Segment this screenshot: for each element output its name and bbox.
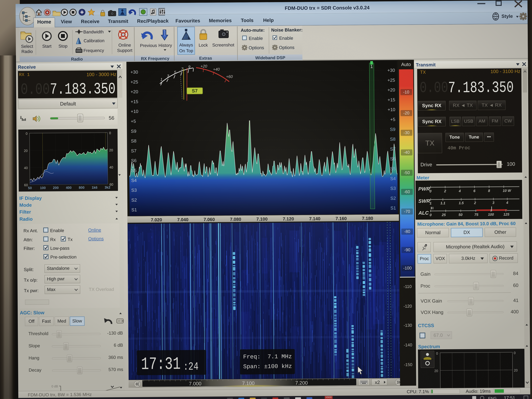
svg-text:+20: +20 — [387, 87, 395, 92]
svg-text:50: 50 — [28, 186, 32, 190]
svg-text:75: 75 — [474, 213, 478, 217]
svg-text:0 dB: 0 dB — [51, 385, 58, 388]
svg-text:+10: +10 — [131, 109, 138, 114]
svg-text:S9: S9 — [131, 129, 136, 134]
svg-text:S1: S1 — [131, 207, 137, 212]
svg-text:S4: S4 — [390, 176, 396, 181]
svg-text:5: 5 — [174, 70, 176, 74]
svg-text:+25: +25 — [131, 79, 138, 84]
svg-text:S3: S3 — [390, 186, 396, 191]
svg-text:S7: S7 — [390, 146, 396, 152]
svg-text:40: 40 — [24, 166, 28, 170]
svg-text:100: 100 — [40, 186, 46, 190]
svg-text:+15: +15 — [131, 99, 138, 104]
svg-text:S3: S3 — [131, 188, 137, 193]
svg-text:SWR: SWR — [418, 198, 430, 204]
svg-text:0: 0 — [109, 131, 111, 135]
svg-text:800: 800 — [79, 185, 85, 190]
svg-text:S1: S1 — [390, 205, 396, 210]
svg-text:125: 125 — [503, 212, 509, 216]
svg-text:+60: +60 — [226, 74, 233, 79]
svg-text:+30: +30 — [130, 70, 138, 75]
svg-text:0: 0 — [430, 213, 432, 217]
svg-text:20: 20 — [514, 368, 518, 372]
svg-text:0: 0 — [25, 132, 28, 135]
svg-text:+20: +20 — [131, 89, 138, 94]
svg-text:6: 6 — [473, 189, 475, 193]
svg-text:ALC: ALC — [418, 210, 429, 216]
svg-text:50: 50 — [458, 213, 462, 217]
svg-text:S7: S7 — [131, 148, 137, 153]
svg-text:400: 400 — [66, 186, 72, 190]
svg-text:200: 200 — [53, 186, 59, 190]
svg-text:25: 25 — [442, 213, 446, 217]
svg-text:0: 0 — [514, 351, 516, 355]
svg-text:+25: +25 — [387, 78, 395, 82]
svg-text:3: 3 — [167, 74, 169, 78]
svg-text:+40: +40 — [213, 67, 220, 71]
svg-text:+15: +15 — [387, 97, 395, 102]
svg-text:1: 1 — [430, 201, 432, 205]
svg-text:10 W: 10 W — [503, 189, 511, 193]
svg-text:+20: +20 — [200, 64, 207, 68]
svg-text:+5: +5 — [390, 117, 395, 122]
svg-text:S5: S5 — [131, 168, 137, 173]
svg-text:3: 3 — [492, 201, 494, 205]
svg-text:S9: S9 — [390, 127, 395, 132]
svg-text:+5: +5 — [131, 119, 136, 124]
svg-text:+30: +30 — [387, 68, 395, 73]
svg-text:2: 2 — [474, 201, 476, 205]
svg-text:S4: S4 — [131, 178, 137, 183]
svg-text:2: 2 — [444, 189, 446, 193]
svg-text:3k2: 3k2 — [105, 185, 110, 189]
svg-text:4: 4 — [506, 201, 508, 205]
svg-text:8: 8 — [488, 189, 490, 193]
svg-text:S8: S8 — [131, 138, 136, 143]
svg-text:0: 0 — [430, 189, 431, 193]
svg-text:S2: S2 — [390, 196, 396, 201]
svg-text:100: 100 — [488, 213, 494, 216]
svg-text:1: 1 — [160, 77, 163, 82]
svg-text:40: 40 — [109, 165, 113, 169]
svg-text:4: 4 — [459, 189, 461, 193]
svg-text:20: 20 — [24, 149, 28, 153]
svg-text:S6: S6 — [131, 158, 137, 163]
svg-text:PWR: PWR — [418, 186, 430, 192]
svg-text:S6: S6 — [390, 156, 396, 161]
svg-text:60: 60 — [24, 183, 28, 187]
svg-text:1k6: 1k6 — [92, 185, 97, 190]
svg-text:S7: S7 — [192, 88, 197, 93]
svg-text:1.1: 1.1 — [440, 201, 445, 205]
svg-text:1.5: 1.5 — [459, 201, 464, 205]
svg-text:7: 7 — [181, 67, 184, 71]
svg-text:1: 1 — [370, 64, 373, 69]
svg-text:+10: +10 — [388, 107, 395, 112]
svg-text:S8: S8 — [390, 137, 395, 142]
svg-text:S2: S2 — [131, 197, 137, 203]
svg-text:9: 9 — [188, 65, 190, 69]
svg-text:20: 20 — [434, 369, 438, 373]
svg-text:S5: S5 — [390, 166, 396, 171]
svg-text:0: 0 — [436, 352, 438, 355]
svg-text:20: 20 — [109, 148, 113, 152]
